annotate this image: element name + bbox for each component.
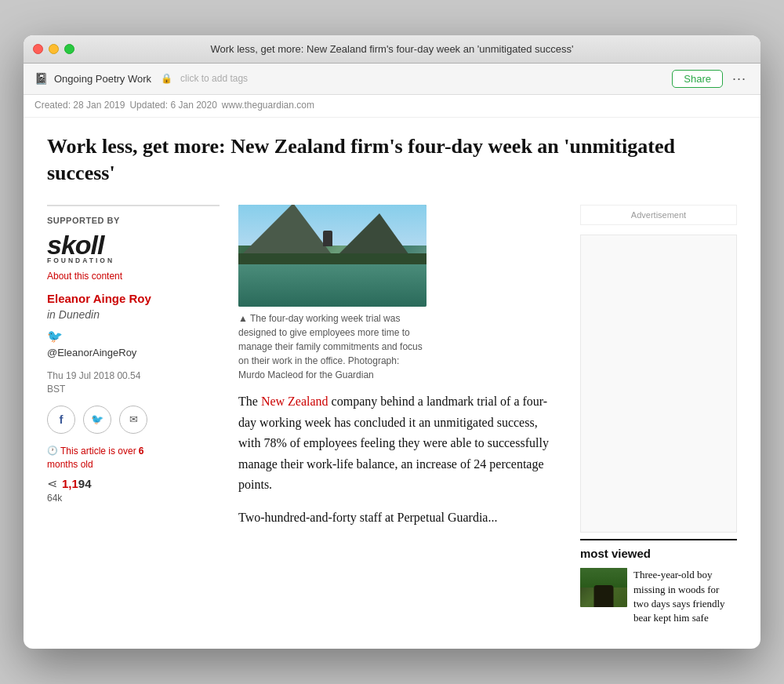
facebook-icon: f — [60, 413, 64, 426]
twitter-icon-row: 🐦 — [47, 329, 220, 344]
share-symbol-icon: ⋖ — [47, 476, 57, 491]
timezone-text: BST — [47, 384, 65, 395]
updated-date: Updated: 6 Jan 2020 — [129, 100, 216, 111]
window-title: Work less, get more: New Zealand firm's … — [210, 43, 573, 55]
age-bold-number: 6 — [139, 445, 144, 458]
months-old-text: months old — [47, 459, 220, 470]
meta-bar: Created: 28 Jan 2019 Updated: 6 Jan 2020… — [24, 95, 760, 118]
notebook-icon: 📓 — [34, 72, 48, 85]
author-in-word: in — [47, 308, 56, 321]
lock-icon: 🔒 — [161, 73, 172, 84]
minimize-button[interactable] — [49, 44, 59, 54]
author-city: Dunedin — [59, 308, 100, 321]
notebook-name[interactable]: Ongoing Poetry Work — [54, 73, 151, 85]
content-area: Work less, get more: New Zealand firm's … — [24, 118, 760, 649]
article-image — [238, 205, 426, 307]
email-icon: ✉ — [129, 413, 138, 425]
share-button[interactable]: Share — [672, 70, 723, 88]
right-sidebar: Advertisement most viewed Three-year-old… — [580, 205, 737, 625]
article-date: Thu 19 Jul 2018 00.54 BST — [47, 369, 220, 396]
title-bar: Work less, get more: New Zealand firm's … — [24, 35, 760, 64]
more-options-button[interactable]: ··· — [729, 71, 750, 87]
email-share-button[interactable]: ✉ — [119, 406, 147, 434]
shares-row: ⋖ 1,194 — [47, 476, 220, 491]
paragraph1-after: company behind a landmark trial of a fou… — [238, 395, 549, 491]
clock-icon: 🕐 — [47, 445, 58, 457]
article-headline: Work less, get more: New Zealand firm's … — [47, 133, 737, 187]
author-name[interactable]: Eleanor Ainge Roy — [47, 291, 220, 307]
share-count: 1,194 — [62, 477, 92, 490]
toolbar: 📓 Ongoing Poetry Work 🔒 click to add tag… — [24, 64, 760, 95]
facebook-share-button[interactable]: f — [47, 406, 75, 434]
age-warning: 🕐 This article is over6 — [47, 445, 220, 458]
source-link[interactable]: www.theguardian.com — [222, 100, 314, 111]
most-viewed-item-1: Three-year-old boy missing in woods for … — [580, 568, 737, 625]
author-location: in Dunedin — [47, 308, 220, 321]
mv-item-title[interactable]: Three-year-old boy missing in woods for … — [633, 568, 737, 625]
maximize-button[interactable] — [64, 44, 74, 54]
scene-water — [238, 264, 426, 307]
app-window: Work less, get more: New Zealand firm's … — [24, 35, 760, 649]
article-paragraph-2: Two-hundred-and-forty staff at Perpetual… — [238, 508, 561, 528]
created-date: Created: 28 Jan 2019 — [34, 100, 125, 111]
skoll-logo-main: skoll — [47, 230, 103, 260]
about-content-link[interactable]: About this content — [47, 271, 220, 282]
twitter-handle[interactable]: @EleanorAingeRoy — [47, 347, 220, 358]
supported-by-label: Supported by — [47, 216, 220, 225]
close-button[interactable] — [33, 44, 43, 54]
most-viewed-label: most viewed — [580, 539, 737, 560]
article-image-container: ▲ The four-day working week trial was de… — [238, 205, 561, 382]
skoll-logo-sub: FOUNDATION — [47, 256, 220, 264]
article-body: Supported by skoll FOUNDATION About this… — [47, 205, 737, 625]
skoll-logo: skoll FOUNDATION — [47, 231, 220, 264]
twitter-share-icon: 🐦 — [91, 413, 103, 425]
twitter-share-button[interactable]: 🐦 — [83, 406, 111, 434]
new-zealand-link[interactable]: New Zealand — [261, 395, 328, 408]
share-size: 64k — [47, 493, 220, 504]
article-paragraph-1: The New Zealand company behind a landmar… — [238, 391, 561, 495]
advertisement-space — [580, 235, 737, 533]
most-viewed-section: most viewed Three-year-old boy missing i… — [580, 539, 737, 625]
age-warning-text: This article is over — [60, 445, 136, 458]
date-text: Thu 19 Jul 2018 00.54 — [47, 370, 140, 381]
twitter-icon: 🐦 — [47, 329, 63, 343]
image-caption: ▲ The four-day working week trial was de… — [238, 311, 426, 382]
left-sidebar: Supported by skoll FOUNDATION About this… — [47, 205, 220, 625]
scene-figure — [323, 231, 332, 246]
mv-thumbnail — [580, 568, 627, 607]
paragraph1-before: The — [238, 395, 261, 408]
share-count-red: 1,1 — [62, 477, 78, 490]
traffic-lights — [33, 44, 74, 54]
ad-label: Advertisement — [580, 205, 737, 225]
sidebar-divider — [47, 205, 220, 206]
add-tags-placeholder[interactable]: click to add tags — [180, 73, 248, 84]
social-icons: f 🐦 ✉ — [47, 406, 220, 434]
share-count-black: 94 — [78, 477, 92, 490]
main-content: ▲ The four-day working week trial was de… — [238, 205, 561, 625]
bear-silhouette — [594, 585, 614, 607]
